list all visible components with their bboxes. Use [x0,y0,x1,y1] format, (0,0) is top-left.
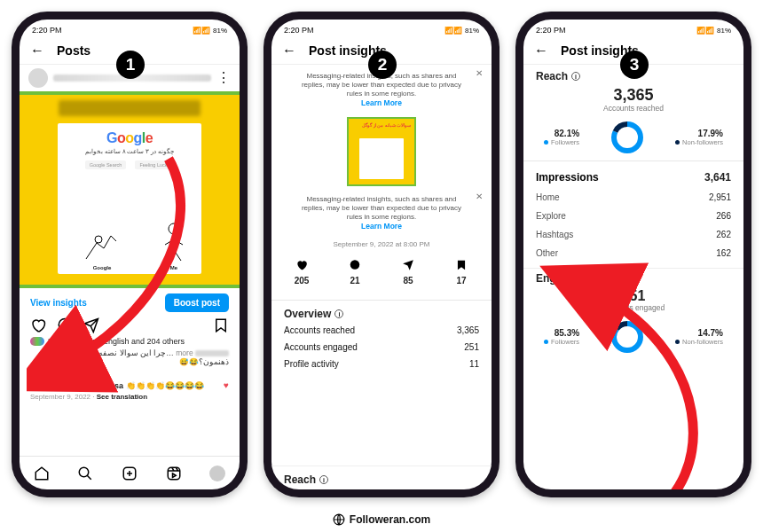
svg-line-5 [165,239,174,245]
search-icon[interactable] [77,466,93,481]
phone-2: 2 2:20 PM📶📶81% ← Post insights ✕Messagin… [264,12,499,497]
overview-section: Overview i Accounts reached3,365 Account… [271,306,492,372]
accounts-reached-label: Accounts reached [523,104,743,113]
impressions-row: Other162 [523,244,743,262]
overview-row: Accounts engaged251 [284,337,479,354]
home-icon[interactable] [34,466,50,481]
see-translation-link[interactable]: See translation [97,393,147,401]
svg-point-7 [59,319,71,332]
svg-point-8 [80,467,90,477]
post-actions [20,316,240,335]
svg-line-6 [174,239,183,245]
reach-donut: 82.1%Followers 17.9%Non-followers [523,120,743,155]
page-title: Posts [57,43,90,58]
back-icon[interactable]: ← [534,43,548,59]
heart-icon [294,259,310,271]
step-badge-1: 1 [116,51,145,79]
svg-point-0 [95,236,102,243]
impressions-row: Explore266 [523,207,743,225]
comment-line[interactable]: english_learning_mahsa 👏👏👏👏😂😂😂😂♥ [20,379,240,391]
status-bar: 2:20 PM📶📶81% [523,20,743,39]
accounts-engaged-value: 251 [536,288,731,304]
status-bar: 2:20 PM📶📶81% [20,20,240,39]
post-date: September 9, 2022 · See translation [20,391,240,403]
close-icon[interactable]: ✕ [476,192,483,203]
svg-point-14 [350,260,360,270]
profile-icon[interactable] [209,466,225,481]
back-icon[interactable]: ← [30,43,44,59]
learn-more-link[interactable]: Learn More [361,222,402,231]
step-badge-2: 2 [368,51,397,79]
accounts-engaged-label: Accounts engaged [536,303,731,312]
info-banner-2: ✕Messaging-related insights, such as sha… [284,193,479,233]
info-icon[interactable]: i [602,276,611,285]
donut-chart-icon [610,319,645,355]
phone-1: 1 2:20 PM📶📶81% ← Posts ⋮ Google چگونه در… [12,12,248,497]
step-badge-3: 3 [620,51,649,79]
impressions-row: Home2,951 [523,188,743,207]
google-logo: Google [63,130,196,146]
google-subtitle: چگونه در ۳ ساعت ۸ ساعته بخوابم [63,148,196,155]
comment-icon [347,259,363,271]
more-icon[interactable]: ⋮ [216,74,231,82]
svg-line-4 [174,250,181,261]
svg-point-1 [169,223,179,234]
svg-line-3 [167,250,174,261]
phone-3: 3 2:20 PM📶📶81% ← Post insights Reach i 3… [515,12,751,497]
stat-summary: 205 21 85 17 [271,248,492,294]
overview-row: Profile activity11 [284,354,479,371]
back-icon[interactable]: ← [282,43,296,59]
view-comments-link[interactable]: View all 21 comments [20,367,240,379]
learn-more-link[interactable]: Learn More [361,98,402,107]
tab-bar [20,456,240,489]
svg-rect-13 [168,467,180,480]
impressions-row: Hashtags262 [523,225,743,244]
donut-chart-icon [610,120,645,155]
brand-footer: Followeran.com [1,513,762,526]
reels-icon[interactable] [166,466,182,481]
post-thumbnail[interactable]: سوالات شبانه من از گوگل [347,117,416,186]
share-icon[interactable] [83,317,99,333]
close-icon[interactable]: ✕ [476,68,483,80]
comment-icon[interactable] [57,317,73,333]
engagement-section: Engagement i 251 Accounts engaged 85.3%F… [523,268,743,355]
likes-row[interactable]: Liked by asana.english and 204 others [20,335,240,348]
caption: more …چرا این سوالا نصفه‌شب تازه میاد به… [20,348,240,367]
reach-section-header: Reach i [271,466,492,489]
posted-date: September 9, 2022 at 8:00 PM [271,240,492,248]
impressions-header: Impressions3,641 [523,167,743,188]
share-icon [400,259,416,271]
status-bar: 2:20 PM📶📶81% [271,20,492,39]
globe-icon [333,513,345,526]
avatar [28,68,48,88]
info-icon[interactable]: i [334,309,343,318]
heart-icon[interactable] [30,317,46,333]
create-icon[interactable] [122,466,138,481]
overview-row: Accounts reached3,365 [284,320,479,337]
like-comment-icon[interactable]: ♥ [224,380,229,390]
engagement-donut: 85.3%Followers 14.7%Non-followers [536,319,731,355]
svg-line-9 [88,475,92,480]
boost-post-button[interactable]: Boost post [165,293,229,312]
info-icon[interactable]: i [571,72,580,81]
bookmark-icon [453,259,469,271]
post-image[interactable]: Google چگونه در ۳ ساعت ۸ ساعته بخوابم Go… [20,91,240,288]
accounts-reached-value: 3,365 [523,86,743,105]
view-insights-link[interactable]: View insights [30,298,87,308]
info-icon[interactable]: i [319,475,328,484]
bookmark-icon[interactable] [213,317,229,333]
